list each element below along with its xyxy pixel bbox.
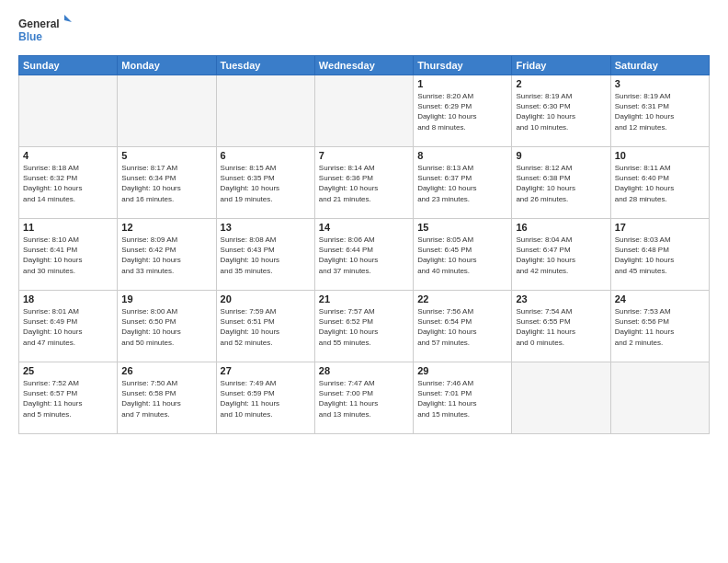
day-info: Sunrise: 7:47 AMSunset: 7:00 PMDaylight:… xyxy=(319,378,409,419)
day-info: Sunrise: 8:14 AMSunset: 6:36 PMDaylight:… xyxy=(319,163,409,204)
calendar-cell: 27Sunrise: 7:49 AMSunset: 6:59 PMDayligh… xyxy=(216,362,314,434)
day-number: 6 xyxy=(221,150,311,161)
week-row-0: 1Sunrise: 8:20 AMSunset: 6:29 PMDaylight… xyxy=(19,75,710,147)
logo: GeneralBlue xyxy=(18,15,74,48)
day-info: Sunrise: 8:09 AMSunset: 6:42 PMDaylight:… xyxy=(121,235,211,276)
day-number: 11 xyxy=(23,222,113,233)
day-number: 29 xyxy=(417,365,507,376)
logo-svg: GeneralBlue xyxy=(18,15,74,48)
day-number: 28 xyxy=(319,365,409,376)
calendar-cell xyxy=(19,75,118,147)
weekday-header-tuesday: Tuesday xyxy=(216,56,314,75)
calendar-cell: 7Sunrise: 8:14 AMSunset: 6:36 PMDaylight… xyxy=(314,147,413,219)
day-info: Sunrise: 8:13 AMSunset: 6:37 PMDaylight:… xyxy=(417,163,507,204)
weekday-header-wednesday: Wednesday xyxy=(314,56,413,75)
day-number: 16 xyxy=(516,222,606,233)
day-info: Sunrise: 8:05 AMSunset: 6:45 PMDaylight:… xyxy=(417,235,507,276)
calendar-cell: 24Sunrise: 7:53 AMSunset: 6:56 PMDayligh… xyxy=(610,291,709,362)
day-info: Sunrise: 8:08 AMSunset: 6:43 PMDaylight:… xyxy=(221,235,311,276)
weekday-header-monday: Monday xyxy=(118,56,216,75)
weekday-header-sunday: Sunday xyxy=(19,56,118,75)
day-info: Sunrise: 8:19 AMSunset: 6:30 PMDaylight:… xyxy=(516,91,606,132)
calendar-cell: 15Sunrise: 8:05 AMSunset: 6:45 PMDayligh… xyxy=(414,219,512,291)
day-number: 17 xyxy=(615,222,705,233)
calendar-cell: 9Sunrise: 8:12 AMSunset: 6:38 PMDaylight… xyxy=(512,147,610,219)
calendar-cell: 29Sunrise: 7:46 AMSunset: 7:01 PMDayligh… xyxy=(414,362,512,434)
svg-text:Blue: Blue xyxy=(18,30,42,43)
day-number: 5 xyxy=(121,150,211,161)
week-row-2: 11Sunrise: 8:10 AMSunset: 6:41 PMDayligh… xyxy=(19,219,710,291)
calendar-table: SundayMondayTuesdayWednesdayThursdayFrid… xyxy=(18,55,710,434)
day-number: 1 xyxy=(417,78,507,89)
day-info: Sunrise: 7:52 AMSunset: 6:57 PMDaylight:… xyxy=(23,378,113,419)
day-info: Sunrise: 8:15 AMSunset: 6:35 PMDaylight:… xyxy=(221,163,311,204)
day-info: Sunrise: 7:59 AMSunset: 6:51 PMDaylight:… xyxy=(221,306,311,348)
calendar-cell: 4Sunrise: 8:18 AMSunset: 6:32 PMDaylight… xyxy=(19,147,118,219)
calendar-cell: 5Sunrise: 8:17 AMSunset: 6:34 PMDaylight… xyxy=(118,147,216,219)
day-info: Sunrise: 8:11 AMSunset: 6:40 PMDaylight:… xyxy=(615,163,705,204)
day-number: 13 xyxy=(221,222,311,233)
day-info: Sunrise: 7:54 AMSunset: 6:55 PMDaylight:… xyxy=(516,306,606,348)
day-info: Sunrise: 8:12 AMSunset: 6:38 PMDaylight:… xyxy=(516,163,606,204)
weekday-header-saturday: Saturday xyxy=(610,56,709,75)
day-info: Sunrise: 8:04 AMSunset: 6:47 PMDaylight:… xyxy=(516,235,606,276)
calendar-cell: 3Sunrise: 8:19 AMSunset: 6:31 PMDaylight… xyxy=(610,75,709,147)
day-info: Sunrise: 7:50 AMSunset: 6:58 PMDaylight:… xyxy=(121,378,211,419)
day-number: 3 xyxy=(615,78,705,89)
day-number: 20 xyxy=(221,293,311,304)
day-info: Sunrise: 8:20 AMSunset: 6:29 PMDaylight:… xyxy=(417,91,507,132)
day-info: Sunrise: 7:49 AMSunset: 6:59 PMDaylight:… xyxy=(221,378,311,419)
day-number: 27 xyxy=(221,365,311,376)
calendar-cell xyxy=(216,75,314,147)
week-row-4: 25Sunrise: 7:52 AMSunset: 6:57 PMDayligh… xyxy=(19,362,710,434)
weekday-header-friday: Friday xyxy=(512,56,610,75)
header-row: GeneralBlue xyxy=(18,15,710,48)
day-number: 9 xyxy=(516,150,606,161)
svg-marker-1 xyxy=(64,15,72,22)
calendar-cell: 10Sunrise: 8:11 AMSunset: 6:40 PMDayligh… xyxy=(610,147,709,219)
calendar-cell: 1Sunrise: 8:20 AMSunset: 6:29 PMDaylight… xyxy=(414,75,512,147)
week-row-3: 18Sunrise: 8:01 AMSunset: 6:49 PMDayligh… xyxy=(19,291,710,362)
week-row-1: 4Sunrise: 8:18 AMSunset: 6:32 PMDaylight… xyxy=(19,147,710,219)
calendar-cell: 2Sunrise: 8:19 AMSunset: 6:30 PMDaylight… xyxy=(512,75,610,147)
calendar-cell: 22Sunrise: 7:56 AMSunset: 6:54 PMDayligh… xyxy=(414,291,512,362)
day-info: Sunrise: 7:53 AMSunset: 6:56 PMDaylight:… xyxy=(615,306,705,348)
day-number: 7 xyxy=(319,150,409,161)
day-info: Sunrise: 7:46 AMSunset: 7:01 PMDaylight:… xyxy=(417,378,507,419)
page: GeneralBlue SundayMondayTuesdayWednesday… xyxy=(0,0,728,563)
day-number: 22 xyxy=(417,293,507,304)
day-number: 10 xyxy=(615,150,705,161)
day-info: Sunrise: 7:56 AMSunset: 6:54 PMDaylight:… xyxy=(417,306,507,348)
day-info: Sunrise: 8:01 AMSunset: 6:49 PMDaylight:… xyxy=(23,306,113,348)
day-number: 21 xyxy=(319,293,409,304)
calendar-cell: 21Sunrise: 7:57 AMSunset: 6:52 PMDayligh… xyxy=(314,291,413,362)
day-number: 8 xyxy=(417,150,507,161)
calendar-cell: 25Sunrise: 7:52 AMSunset: 6:57 PMDayligh… xyxy=(19,362,118,434)
calendar-cell: 11Sunrise: 8:10 AMSunset: 6:41 PMDayligh… xyxy=(19,219,118,291)
day-number: 4 xyxy=(23,150,113,161)
day-number: 18 xyxy=(23,293,113,304)
day-info: Sunrise: 8:03 AMSunset: 6:48 PMDaylight:… xyxy=(615,235,705,276)
day-info: Sunrise: 7:57 AMSunset: 6:52 PMDaylight:… xyxy=(319,306,409,348)
calendar-cell: 6Sunrise: 8:15 AMSunset: 6:35 PMDaylight… xyxy=(216,147,314,219)
calendar-cell: 20Sunrise: 7:59 AMSunset: 6:51 PMDayligh… xyxy=(216,291,314,362)
calendar-cell: 19Sunrise: 8:00 AMSunset: 6:50 PMDayligh… xyxy=(118,291,216,362)
calendar-cell xyxy=(610,362,709,434)
day-number: 25 xyxy=(23,365,113,376)
day-number: 14 xyxy=(319,222,409,233)
day-info: Sunrise: 8:19 AMSunset: 6:31 PMDaylight:… xyxy=(615,91,705,132)
day-number: 24 xyxy=(615,293,705,304)
day-number: 19 xyxy=(121,293,211,304)
calendar-cell: 23Sunrise: 7:54 AMSunset: 6:55 PMDayligh… xyxy=(512,291,610,362)
calendar-cell: 26Sunrise: 7:50 AMSunset: 6:58 PMDayligh… xyxy=(118,362,216,434)
weekday-header-thursday: Thursday xyxy=(414,56,512,75)
day-number: 23 xyxy=(516,293,606,304)
day-info: Sunrise: 8:10 AMSunset: 6:41 PMDaylight:… xyxy=(23,235,113,276)
svg-text:General: General xyxy=(18,17,60,30)
calendar-cell: 12Sunrise: 8:09 AMSunset: 6:42 PMDayligh… xyxy=(118,219,216,291)
day-info: Sunrise: 8:18 AMSunset: 6:32 PMDaylight:… xyxy=(23,163,113,204)
calendar-cell xyxy=(314,75,413,147)
day-info: Sunrise: 8:00 AMSunset: 6:50 PMDaylight:… xyxy=(121,306,211,348)
calendar-cell xyxy=(512,362,610,434)
day-number: 12 xyxy=(121,222,211,233)
